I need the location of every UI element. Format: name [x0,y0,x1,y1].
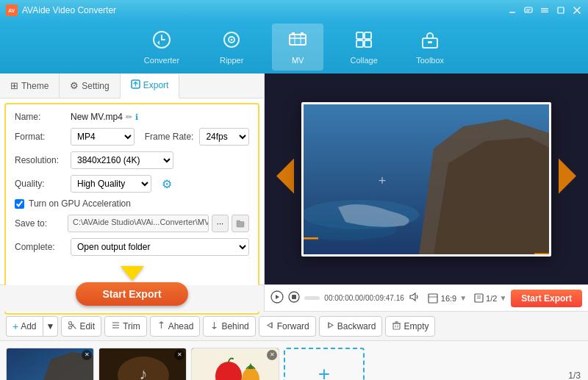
tab-theme[interactable]: ⊞ Theme [0,74,60,98]
minimize-btn[interactable] [507,5,517,15]
close-btn[interactable] [572,5,582,15]
trim-btn[interactable]: Trim [104,316,147,337]
timeline-add-btn[interactable]: + [284,348,365,381]
nav-toolbox[interactable]: Toolbox [404,24,456,71]
nav-bar: Converter Ripper MV [0,21,588,74]
svg-marker-37 [559,158,576,193]
progress-bar[interactable] [304,296,320,300]
add-btn[interactable]: + Add [6,316,43,337]
complete-select[interactable]: Open output folder Do nothing [71,238,249,256]
prev-arrow[interactable] [272,157,298,201]
path-menu-btn[interactable]: ··· [212,215,229,232]
svg-rect-27 [428,41,432,43]
left-panel: ⊞ Theme ⚙ Setting Export [0,74,265,284]
tab-setting[interactable]: ⚙ Setting [60,74,120,98]
save-to-label: Save to: [15,218,65,229]
next-arrow[interactable] [554,157,581,201]
resolution-row: Resolution: 3840x2160 (4K) 1920x1080 (FH… [15,151,249,169]
resolution-label: Resolution: [15,155,65,165]
tab-export[interactable]: Export [121,74,180,98]
svg-rect-23 [365,32,371,39]
collage-label: Collage [350,56,377,65]
svg-rect-7 [541,10,548,10]
bottom-toolbar: + Add ▼ Edit Trim Ahead Behind Forw [0,311,588,340]
info-icon[interactable]: ℹ [135,112,138,122]
resolution-select[interactable]: 3840x2160 (4K) 1920x1080 (FHD) 1280x720 … [71,151,173,169]
maximize-btn[interactable] [556,5,566,15]
timeline-thumb-1[interactable]: ▶ 🔊 ✂ ✕ 00:00:28 [6,348,94,381]
forward-icon [265,320,275,332]
backward-btn[interactable]: Backward [319,316,383,337]
ahead-btn[interactable]: Ahead [150,316,201,337]
timeline-page-count: 1/3 [568,370,581,380]
timeline: ▶ 🔊 ✂ ✕ 00:00:28 ♪ ✕ ✕ [0,340,588,380]
forward-btn[interactable]: Forward [259,316,316,337]
thumb-1-close[interactable]: ✕ [82,350,92,360]
gpu-row: Turn on GPU Acceleration [15,198,249,209]
corner-tr [534,102,551,121]
file-name-container: New MV.mp4 ✏ ℹ [71,112,138,122]
start-export-top-btn[interactable]: Start Export [511,290,582,307]
hamburger-icon[interactable] [539,5,550,15]
export-icon [131,79,140,91]
thumb-2-close[interactable]: ✕ [174,350,184,360]
empty-btn[interactable]: Empty [385,316,435,337]
svg-rect-43 [429,294,437,303]
format-select[interactable]: MP4 MKV AVI [71,128,135,146]
svg-rect-8 [541,12,548,12]
app-title: AVAide Video Converter [22,5,507,15]
video-content: + [304,104,549,254]
converter-icon [151,29,172,53]
edit-btn[interactable]: Edit [61,316,101,337]
quality-select[interactable]: High Quality Normal Quality Low Quality [71,175,151,193]
nav-collage[interactable]: Collage [338,24,390,71]
svg-rect-18 [301,32,304,35]
stop-btn[interactable] [288,291,300,305]
svg-rect-24 [356,40,363,47]
chat-icon[interactable] [523,5,534,15]
edit-icon[interactable]: ✏ [126,112,132,122]
save-to-row: Save to: C:\AVAide Studio\AVAi...Convert… [15,215,249,232]
timeline-thumb-2[interactable]: ♪ ✕ [98,348,187,381]
toolbox-label: Toolbox [416,56,444,65]
svg-text:+: + [379,173,387,188]
ahead-icon [157,320,166,332]
svg-rect-63 [393,323,400,329]
collage-icon [354,29,374,53]
setting-gear-icon: ⚙ [70,80,79,91]
volume-icon[interactable] [409,291,420,305]
svg-marker-42 [410,293,415,301]
quality-settings-icon[interactable]: ⚙ [162,177,172,191]
time-display: 00:00:00.00/00:09:47.16 [324,294,404,302]
play-btn[interactable] [270,290,284,306]
aspect-dropdown-icon[interactable]: ▼ [459,294,467,302]
path-folder-btn[interactable] [232,215,249,232]
ripper-label: Ripper [220,56,243,65]
file-name: New MV.mp4 [71,112,123,122]
trash-icon [392,320,401,332]
gpu-checkbox[interactable] [15,199,24,209]
nav-ripper[interactable]: Ripper [206,24,257,71]
right-panel: + [265,74,588,284]
behind-btn[interactable]: Behind [203,316,255,337]
quality-row: Quality: High Quality Normal Quality Low… [15,175,249,193]
format-label: Format: [15,132,65,142]
page-container: 1/2 ▼ [474,293,506,303]
add-dropdown-arrow[interactable]: ▼ [43,316,59,337]
timeline-thumb-3[interactable]: ✕ [191,348,279,381]
framerate-select[interactable]: 24fps 30fps 60fps [199,128,249,146]
export-panel: Name: New MV.mp4 ✏ ℹ Format: MP4 MKV AVI… [4,103,259,315]
arrow-indicator [121,266,144,281]
window-controls [507,5,582,15]
aspect-ratio-label: 16:9 [441,294,456,303]
start-export-btn[interactable]: Start Export [76,282,187,306]
format-row: Format: MP4 MKV AVI Frame Rate: 24fps 30… [15,128,249,146]
svg-marker-30 [276,158,294,193]
nav-mv[interactable]: MV [272,24,323,71]
page-dropdown-icon[interactable]: ▼ [499,294,506,302]
thumb-3-close[interactable]: ✕ [267,350,277,360]
tab-bar: ⊞ Theme ⚙ Setting Export [0,74,264,98]
framerate-label: Frame Rate: [145,132,194,142]
svg-text:♪: ♪ [140,365,148,381]
nav-converter[interactable]: Converter [132,24,191,71]
